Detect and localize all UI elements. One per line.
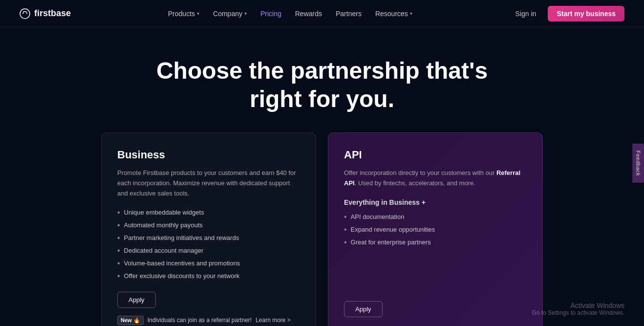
list-item: Great for enterprise partners (344, 239, 527, 246)
nav-resources[interactable]: Resources ▾ (370, 7, 417, 21)
list-item: API documentation (344, 213, 527, 221)
sign-in-button[interactable]: Sign in (510, 7, 542, 21)
logo-text: firstbase (34, 8, 71, 19)
api-card-title: API (344, 149, 527, 161)
everything-label: Everything in Business + (344, 198, 527, 206)
list-item: Volume-based incentives and promotions (117, 260, 300, 267)
logo-icon (20, 8, 30, 19)
learn-more-link[interactable]: Learn more > (256, 317, 291, 324)
referral-text: Individuals can join as a referral partn… (148, 317, 252, 324)
business-card-title: Business (117, 149, 300, 161)
list-item: Partner marketing initiatives and reward… (117, 234, 300, 242)
api-card-description: Offer incorporation directly to your cus… (344, 168, 527, 189)
api-feature-list: API documentation Expand revenue opportu… (344, 213, 527, 289)
nav-rewards[interactable]: Rewards (290, 7, 327, 21)
api-apply-button[interactable]: Apply (344, 301, 383, 317)
start-my-business-button[interactable]: Start my business (548, 6, 624, 22)
chevron-down-icon: ▾ (410, 11, 412, 16)
nav-pricing[interactable]: Pricing (256, 7, 286, 21)
business-card-description: Promote Firstbase products to your custo… (117, 168, 300, 198)
list-item: Automated monthly payouts (117, 221, 300, 229)
list-item: Dedicated account manager (117, 247, 300, 255)
business-feature-list: Unique embeddable widgets Automated mont… (117, 209, 300, 280)
nav-company[interactable]: Company ▾ (208, 7, 252, 21)
hero-section: Choose the partnership that's right for … (0, 27, 644, 132)
feedback-tab[interactable]: Feedback (632, 143, 644, 182)
svg-point-0 (20, 9, 30, 19)
chevron-down-icon: ▾ (244, 11, 247, 16)
new-badge: New 🔥 (117, 316, 144, 325)
activate-windows-notice: Activate Windows Go to Settings to activ… (532, 302, 624, 316)
main-nav: firstbase Products ▾ Company ▾ Pricing R… (0, 0, 644, 27)
activate-windows-title: Activate Windows (532, 302, 624, 309)
referral-notice: New 🔥 Individuals can join as a referral… (117, 316, 300, 325)
hero-title: Choose the partnership that's right for … (151, 57, 493, 113)
logo[interactable]: firstbase (20, 8, 71, 19)
partnership-cards: Business Promote Firstbase products to y… (0, 132, 644, 326)
list-item: Unique embeddable widgets (117, 209, 300, 217)
nav-links: Products ▾ Company ▾ Pricing Rewards Par… (163, 7, 417, 21)
nav-right: Sign in Start my business (510, 6, 624, 22)
nav-products[interactable]: Products ▾ (163, 7, 204, 21)
business-apply-button[interactable]: Apply (117, 292, 156, 308)
business-card: Business Promote Firstbase products to y… (101, 132, 316, 326)
chevron-down-icon: ▾ (197, 11, 199, 16)
list-item: Expand revenue opportunities (344, 226, 527, 234)
api-card: API Offer incorporation directly to your… (328, 132, 543, 326)
nav-partners[interactable]: Partners (331, 7, 366, 21)
list-item: Offer exclusive discounts to your networ… (117, 272, 300, 280)
activate-windows-subtitle: Go to Settings to activate Windows. (532, 309, 624, 316)
